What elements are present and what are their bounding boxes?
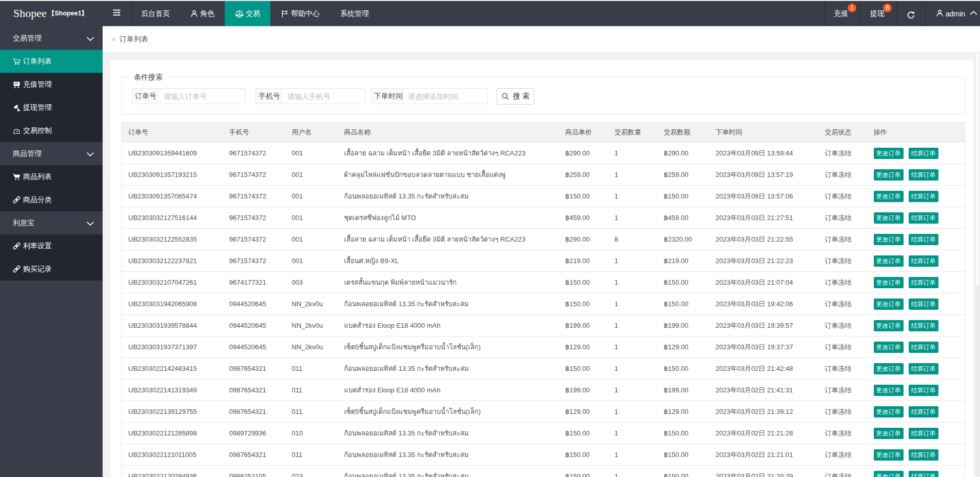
modify-order-button[interactable]: 更改订单 (874, 342, 904, 353)
cell-price: ฿129.00 (559, 401, 608, 423)
refresh-icon[interactable] (907, 11, 915, 19)
top-nav-item-2[interactable]: 角色 (180, 1, 225, 26)
modify-order-button[interactable]: 更改订单 (874, 449, 904, 461)
search-legend: 条件搜索 (129, 73, 168, 81)
cell-phone: 9671574372 (223, 250, 285, 272)
cell-actions: 更改订单结算订单 (867, 315, 965, 336)
cell-qty: 1 (608, 401, 657, 423)
settle-order-button[interactable]: 结算订单 (909, 363, 938, 374)
settle-order-button[interactable]: 结算订单 (909, 299, 938, 310)
cell-phone: 9674177321 (223, 272, 285, 293)
search-field-input-2[interactable] (282, 88, 365, 104)
search-button-label: 搜 索 (513, 92, 530, 101)
sidebar-item-商品列表[interactable]: 商品列表 (0, 165, 103, 188)
user-menu[interactable]: admin (936, 1, 978, 26)
top-nav-item-4[interactable]: 帮助中心 (270, 1, 330, 26)
cell-price: ฿290.00 (559, 143, 608, 164)
modify-order-button[interactable]: 更改订单 (874, 406, 904, 418)
menu-collapse-button[interactable] (103, 1, 131, 26)
settle-order-button[interactable]: 结算订单 (909, 406, 938, 418)
sidebar-item-充值管理[interactable]: 充值管理 (0, 73, 103, 96)
topbar-divider (825, 1, 825, 26)
recharge-button[interactable]: 充值 (834, 1, 848, 26)
settle-order-button[interactable]: 结算订单 (909, 148, 938, 159)
sidebar-item-利率设置[interactable]: 利率设置 (0, 234, 103, 257)
modify-order-button[interactable]: 更改订单 (874, 255, 904, 267)
table-row-9: UB23030319395788440944520645NN_2kv0uแบตส… (122, 315, 965, 336)
settle-order-button[interactable]: 结算订单 (909, 212, 938, 224)
settle-order-button[interactable]: 结算订单 (909, 255, 938, 267)
top-nav-label: 后台首页 (141, 9, 170, 18)
modify-order-button[interactable]: 更改订单 (874, 169, 904, 181)
modify-order-button[interactable]: 更改订单 (874, 320, 904, 331)
cell-qty: 1 (608, 250, 657, 272)
col-header-7: 交易数额 (657, 123, 709, 143)
settle-order-button[interactable]: 结算订单 (909, 191, 938, 202)
top-nav-item-1[interactable]: 后台首页 (131, 1, 180, 26)
search-field-input-1[interactable] (159, 88, 246, 104)
sidebar-item-购买记录[interactable]: 购买记录 (0, 257, 103, 281)
modify-order-button[interactable]: 更改订单 (874, 471, 904, 477)
sidebar-group-1[interactable]: 交易管理 (0, 27, 103, 50)
cell-time: 2023年03月09日 13:57:06 (709, 186, 818, 207)
withdraw-button[interactable]: 提现 (870, 1, 885, 26)
settle-order-button[interactable]: 结算订单 (909, 342, 938, 353)
cell-phone: 0987654321 (223, 358, 285, 380)
sidebar-group-3[interactable]: 利息宝 (0, 211, 103, 234)
settle-order-button[interactable]: 结算订单 (909, 277, 938, 288)
sidebar-item-label: 充值管理 (23, 80, 52, 89)
settle-order-button[interactable]: 结算订单 (909, 449, 938, 461)
modify-order-button[interactable]: 更改订单 (874, 363, 904, 374)
settle-order-button[interactable]: 结算订单 (909, 428, 938, 439)
scrollbar[interactable] (975, 52, 980, 477)
link-icon (13, 265, 21, 273)
modify-order-button[interactable]: 更改订单 (874, 428, 904, 439)
sidebar-item-提现管理[interactable]: 提现管理 (0, 96, 103, 119)
settle-order-button[interactable]: 结算订单 (909, 169, 938, 181)
table-row-2: UB23030913571932159671574372001ผ้าคลุมไห… (122, 164, 965, 186)
modify-order-button[interactable]: 更改订单 (874, 148, 904, 159)
search-button[interactable]: 搜 索 (497, 88, 534, 105)
col-header-3: 用户名 (285, 123, 338, 143)
screen-icon (13, 81, 21, 88)
cell-price: ฿459.00 (559, 207, 608, 229)
table-row-8: UB23030319420659080944520645NN_2kv0uก้อน… (122, 293, 965, 315)
cell-product: ก้อนพลอยอเมทิสต์ 13.35 กะรัตสำหรับสะสม (338, 293, 559, 315)
modify-order-button[interactable]: 更改订单 (874, 385, 904, 396)
dashboard-icon (13, 127, 21, 134)
cell-price: ฿150.00 (559, 272, 608, 293)
col-header-5: 商品单价 (559, 123, 608, 143)
modify-order-button[interactable]: 更改订单 (874, 191, 904, 202)
modify-order-button[interactable]: 更改订单 (874, 299, 904, 310)
cell-product: แบตสำรอง Eloop E18 4000 mAh (338, 380, 559, 401)
cell-actions: 更改订单结算订单 (867, 423, 965, 444)
cell-user: 001 (285, 164, 338, 186)
settle-order-button[interactable]: 结算订单 (909, 385, 938, 396)
settle-order-button[interactable]: 结算订单 (909, 471, 938, 477)
top-nav-label: 帮助中心 (291, 9, 320, 18)
sidebar-item-商品分类[interactable]: 商品分类 (0, 188, 103, 211)
cell-time: 2023年03月02日 21:41:31 (709, 380, 818, 401)
sidebar-group-2[interactable]: 商品管理 (0, 142, 103, 165)
settle-order-button[interactable]: 结算订单 (909, 320, 938, 331)
top-nav-item-5[interactable]: 系统管理 (330, 1, 379, 26)
sidebar: 交易管理订单列表充值管理提现管理交易控制商品管理商品列表商品分类利息宝利率设置购… (0, 26, 103, 477)
cell-amount: ฿150.00 (657, 293, 709, 315)
cell-phone: 0944520645 (223, 293, 285, 315)
sidebar-item-交易控制[interactable]: 交易控制 (0, 119, 103, 142)
cell-order_no: UB2303091359441609 (122, 143, 223, 164)
settle-order-button[interactable]: 结算订单 (909, 234, 938, 245)
cell-phone: 9671574372 (223, 164, 285, 186)
search-field-input-3[interactable] (403, 88, 488, 104)
sidebar-item-订单列表[interactable]: 订单列表 (0, 50, 103, 73)
recharge-badge: 1 (848, 4, 856, 12)
cell-time: 2023年03月02日 21:39:12 (709, 401, 818, 423)
top-nav-item-3[interactable]: 交易 (225, 1, 270, 26)
modify-order-button[interactable]: 更改订单 (874, 234, 904, 245)
modify-order-button[interactable]: 更改订单 (874, 277, 904, 288)
cell-status: 订单冻结 (818, 272, 867, 293)
cell-price: ฿199.00 (559, 380, 608, 401)
cell-amount: ฿199.00 (657, 315, 709, 336)
modify-order-button[interactable]: 更改订单 (874, 212, 904, 224)
scrollbar-thumb[interactable] (975, 52, 980, 286)
